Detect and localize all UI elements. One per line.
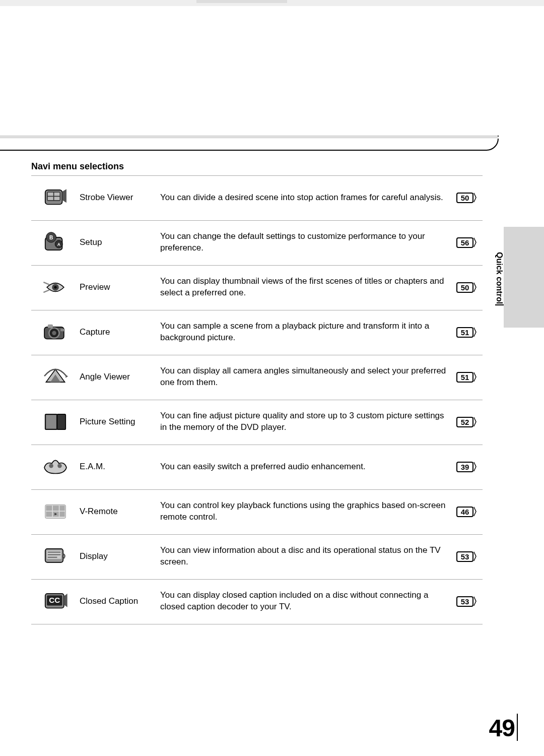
row-name: E.A.M. <box>80 462 160 472</box>
page-reference: 39〉 <box>447 462 483 472</box>
row-name: Picture Setting <box>80 417 160 427</box>
svg-rect-4 <box>48 197 53 200</box>
navi-menu-table: Strobe Viewer You can divide a desired s… <box>31 175 483 624</box>
table-row: Display You can view information about a… <box>31 534 483 579</box>
svg-rect-27 <box>59 506 64 511</box>
capture-icon <box>31 319 80 346</box>
angle-viewer-icon <box>31 363 80 391</box>
page-reference: 53〉 <box>447 596 483 607</box>
scan-artifact-tab <box>196 0 287 3</box>
row-name: Strobe Viewer <box>80 193 160 203</box>
svg-rect-20 <box>46 415 56 429</box>
row-name: Setup <box>80 237 160 247</box>
table-row: BA Setup You can change the default sett… <box>31 220 483 265</box>
table-row: Preview You can display thumbnail views … <box>31 265 483 310</box>
svg-point-15 <box>52 331 56 335</box>
table-row: Strobe Viewer You can divide a desired s… <box>31 175 483 220</box>
header-rounded-box <box>0 139 499 151</box>
row-description: You can change the default settings to c… <box>160 231 447 254</box>
row-description: You can display thumbnail views of the f… <box>160 276 447 299</box>
strobe-viewer-icon <box>31 184 80 211</box>
table-row: Angle Viewer You can display all camera … <box>31 355 483 400</box>
row-name: Capture <box>80 327 160 337</box>
preview-icon <box>31 274 80 301</box>
table-row: V-Remote You can control key playback fu… <box>31 489 483 534</box>
svg-rect-28 <box>46 512 52 517</box>
row-name: Display <box>80 551 160 561</box>
row-description: You can fine adjust picture quality and … <box>160 410 447 433</box>
row-description: You can view information about a disc an… <box>160 545 447 568</box>
page-reference: 56〉 <box>447 237 483 248</box>
svg-rect-3 <box>54 193 59 196</box>
side-tab-shadow <box>504 227 544 328</box>
page-reference: 53〉 <box>447 551 483 562</box>
table-row: Picture Setting You can fine adjust pict… <box>31 400 483 445</box>
row-description: You can display closed caption included … <box>160 590 447 613</box>
section-title: Navi menu selections <box>31 161 124 172</box>
page-reference: 46〉 <box>447 507 483 517</box>
table-row: Capture You can sample a scene from a pl… <box>31 310 483 355</box>
svg-rect-16 <box>48 325 53 328</box>
row-description: You can divide a desired scene into stop… <box>160 192 447 204</box>
svg-point-23 <box>57 464 61 468</box>
row-name: Angle Viewer <box>80 372 160 382</box>
page-reference: 50〉 <box>447 193 483 203</box>
page-number: 49 <box>489 714 515 742</box>
row-description: You can easily switch a preferred audio … <box>160 461 447 473</box>
svg-text:A: A <box>57 242 60 247</box>
svg-point-12 <box>54 286 56 288</box>
display-icon <box>31 543 80 570</box>
page-reference: 50〉 <box>447 282 483 293</box>
svg-text:B: B <box>49 235 53 240</box>
row-description: You can display all camera angles simult… <box>160 365 447 389</box>
page-number-rule <box>517 714 518 741</box>
svg-point-22 <box>49 464 53 468</box>
svg-rect-2 <box>48 193 53 196</box>
setup-icon: BA <box>31 229 80 256</box>
svg-rect-17 <box>60 329 64 331</box>
page-reference: 52〉 <box>447 417 483 427</box>
page-reference: 51〉 <box>447 372 483 383</box>
closed-caption-icon: CC <box>31 588 80 615</box>
manual-page: Navi menu selections Quick control Strob… <box>0 0 544 756</box>
svg-rect-26 <box>53 506 59 511</box>
row-name: Closed Caption <box>80 596 160 606</box>
row-description: You can sample a scene from a playback p… <box>160 321 447 344</box>
v-remote-icon <box>31 498 80 525</box>
picture-setting-icon <box>31 408 80 435</box>
svg-rect-5 <box>54 197 59 200</box>
svg-rect-30 <box>59 512 64 517</box>
table-row: CC Closed Caption You can display closed… <box>31 579 483 624</box>
row-description: You can control key playback functions u… <box>160 500 447 523</box>
row-name: Preview <box>80 282 160 292</box>
side-tab-label: Quick control <box>495 252 504 305</box>
eam-icon <box>31 453 80 480</box>
row-name: V-Remote <box>80 507 160 517</box>
svg-rect-21 <box>57 414 65 429</box>
page-reference: 51〉 <box>447 327 483 338</box>
svg-text:CC: CC <box>49 596 60 604</box>
table-row: E.A.M. You can easily switch a preferred… <box>31 445 483 489</box>
svg-rect-25 <box>46 506 52 511</box>
